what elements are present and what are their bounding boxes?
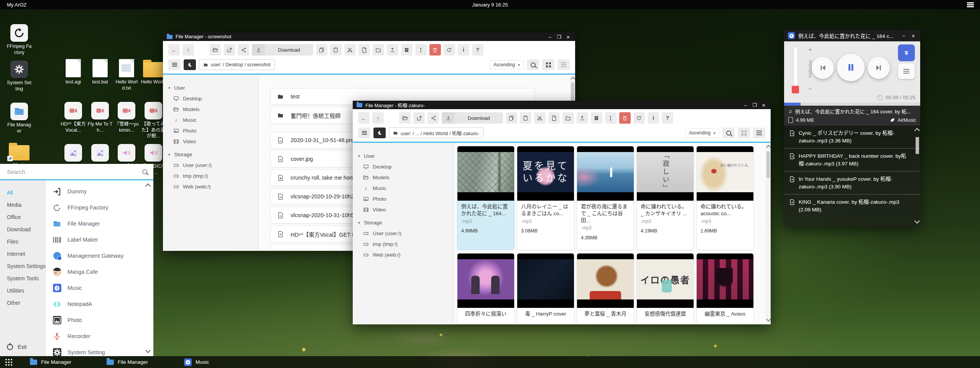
volume-minus-label[interactable]: − — [808, 85, 812, 92]
info-button[interactable]: i — [458, 44, 469, 56]
rename-button[interactable] — [605, 112, 617, 124]
paste-button[interactable] — [330, 44, 342, 56]
pause-button[interactable] — [837, 54, 865, 81]
app-management-gateway[interactable]: Management Gateway — [46, 248, 153, 264]
app-photo[interactable]: Photo — [46, 312, 153, 328]
close-button[interactable]: × — [761, 102, 767, 108]
playlist-item[interactable]: In Your Hands _ yusukeP cover. by 柘榴-zak… — [784, 172, 920, 195]
taskbar-item-file-manager-2[interactable]: File Manager — [107, 356, 148, 368]
sidebar-item-video[interactable]: Video — [358, 204, 454, 215]
desktop-file-video-3[interactable]: 『雪峰～yukimin... — [114, 100, 139, 133]
back-button[interactable]: ← — [358, 112, 370, 124]
queue-button[interactable] — [898, 64, 915, 79]
app-launcher-icon[interactable] — [5, 359, 7, 360]
delete-button[interactable] — [429, 44, 441, 56]
grid-card[interactable]: 君が夜の海に還るまで _ こんにちは谷田... .mp3 4.35MB — [577, 146, 634, 250]
upload-button[interactable] — [387, 44, 398, 56]
path-box[interactable]: user: / Desktop / screenshot — [199, 59, 275, 70]
scrollbar[interactable] — [766, 143, 771, 324]
grid-card[interactable]: 夢と葉桜 _ 青木月 — [577, 253, 634, 324]
share-button[interactable] — [428, 112, 439, 124]
category-system-tools[interactable]: System Tools — [7, 272, 46, 285]
archive-button[interactable] — [401, 44, 413, 56]
sidebar-item-models[interactable]: Models — [358, 172, 454, 183]
open-in-new-button[interactable] — [224, 44, 235, 56]
sidebar-item-web-drive[interactable]: Web (web:/) — [168, 181, 258, 192]
scroll-thumb[interactable] — [916, 137, 919, 154]
new-folder-button[interactable] — [562, 112, 574, 124]
menu-button[interactable] — [168, 59, 181, 70]
search-button[interactable] — [527, 59, 539, 70]
download-button[interactable]: Download — [442, 112, 503, 124]
sidebar-section-storage[interactable]: ▾Storage — [358, 217, 454, 228]
progress-bar[interactable] — [784, 103, 920, 106]
app-file-manager[interactable]: File Manager — [46, 216, 153, 232]
app-music[interactable]: Music — [46, 280, 153, 296]
sort-dropdown[interactable]: Ascending▾ — [490, 60, 524, 69]
sidebar-item-desktop[interactable]: Desktop — [168, 93, 258, 104]
playlist-item[interactable]: HAPPY BIRTHDAY _ back number cover. by柘榴… — [784, 149, 920, 172]
grid-card[interactable]: 幽霊東京 _ Avaso — [696, 253, 754, 324]
desktop-icon-system-setting[interactable]: System Setting — [7, 58, 32, 92]
grid-card[interactable]: 四季折々に揺蕩い — [457, 253, 515, 324]
darkmode-moon-icon[interactable] — [373, 128, 386, 138]
next-track-button[interactable] — [868, 57, 890, 79]
taskbar-item-music[interactable]: Music — [184, 356, 209, 368]
sidebar-item-desktop[interactable]: Desktop — [358, 161, 454, 172]
volume-plus-label[interactable]: + — [808, 46, 812, 52]
playlist-scrollbar[interactable] — [915, 127, 919, 224]
app-notepada[interactable]: NotepadA — [46, 296, 153, 312]
desktop-file-test-agi[interactable]: test.agi — [61, 57, 86, 85]
open-button[interactable] — [399, 112, 411, 124]
upload-button[interactable] — [577, 112, 588, 124]
minimize-button[interactable]: – — [742, 102, 748, 108]
app-label-maker[interactable]: Label Maker — [46, 232, 153, 248]
copy-button[interactable] — [506, 112, 517, 124]
window1-titlebar[interactable]: File Manager - screenshot – ❒ × — [163, 33, 575, 41]
category-download[interactable]: Download — [7, 223, 46, 236]
desktop-file-video-1[interactable]: HD⁶⁰【東方Vocal... — [61, 100, 86, 133]
volume-slider-handle[interactable] — [792, 86, 799, 93]
sidebar-item-tmp-drive[interactable]: tmp (tmp:/) — [168, 170, 258, 181]
sidebar-section-user[interactable]: ▾User — [168, 82, 258, 93]
exit-button[interactable]: Exit — [7, 344, 26, 350]
desktop-file-video-4[interactable]: 【歌ってみた】あの夏が飽... — [141, 100, 166, 139]
new-folder-button[interactable] — [373, 44, 384, 56]
scroll-up-icon[interactable] — [571, 77, 575, 82]
category-all[interactable]: All — [7, 186, 46, 199]
desktop-folder-helloworld[interactable]: Hello World — [141, 57, 166, 85]
player-titlebar[interactable]: 例えば、今此処に置かれた花に _ 164 c... – × — [784, 30, 920, 41]
grid-card[interactable]: 夏を見ているかな 八月のレイニー _ はるまきごはん co... .mp3 3.… — [517, 146, 574, 250]
desktop-file-helloworld-txt[interactable]: Hello World.txt — [114, 57, 139, 91]
grid-card[interactable]: 毒 _ HarryP cover — [517, 253, 574, 324]
window2-titlebar[interactable]: File Manager - 柘榴-zakuro- – ❒ × — [353, 101, 771, 109]
download-button[interactable]: Download — [252, 44, 313, 56]
grid-card[interactable]: 命に嫌われている。 命に嫌われている。 acoustic co... .mp3 … — [696, 146, 754, 250]
desktop-file-test-bat[interactable]: test.bat — [87, 57, 113, 85]
sidebar-item-music[interactable]: ♪Music — [358, 183, 454, 193]
grid-view-button[interactable] — [542, 59, 554, 70]
list-view-button[interactable] — [557, 59, 570, 70]
search-input[interactable] — [6, 168, 142, 175]
scroll-down-icon[interactable] — [766, 317, 771, 322]
category-utilities[interactable]: Utilities — [7, 285, 46, 297]
maximize-button[interactable]: ❒ — [751, 102, 758, 108]
sidebar-section-user[interactable]: ▾User — [358, 150, 454, 161]
sidebar-item-web-drive[interactable]: Web (web:/) — [358, 249, 454, 260]
app-dummy[interactable]: Dummy — [46, 183, 153, 200]
category-system-settings[interactable]: System Settings — [7, 260, 46, 272]
sidebar-item-photo[interactable]: Photo — [168, 125, 258, 136]
sidebar-item-music[interactable]: ♪Music — [168, 114, 258, 125]
playlist-item[interactable]: Cynic _ ポリスピカデリー cover. by 柘榴-zakuro-.mp… — [784, 126, 920, 149]
grid-view-button[interactable] — [738, 128, 750, 138]
category-files[interactable]: Files — [7, 236, 46, 248]
sidebar-item-tmp-drive[interactable]: tmp (tmp:/) — [358, 239, 454, 249]
taskbar-item-file-manager-1[interactable]: File Manager — [30, 356, 71, 368]
list-view-button[interactable] — [753, 128, 765, 138]
scroll-up-icon[interactable] — [914, 128, 920, 133]
refresh-button[interactable] — [633, 112, 645, 124]
copy-button[interactable] — [316, 44, 327, 56]
repeat-button[interactable] — [898, 44, 915, 61]
search-icon[interactable] — [142, 169, 147, 174]
rename-button[interactable] — [415, 44, 427, 56]
